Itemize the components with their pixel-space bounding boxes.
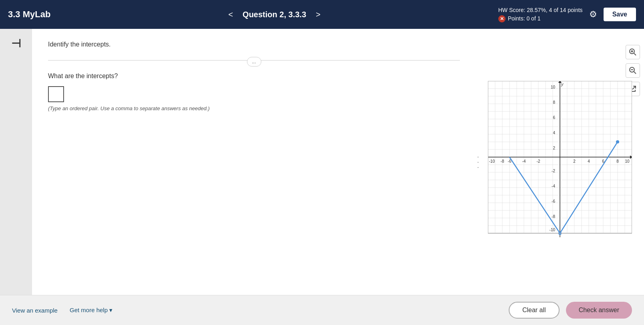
save-button[interactable]: Save — [604, 8, 636, 21]
svg-text:10: 10 — [625, 159, 630, 164]
svg-text:-8: -8 — [501, 159, 504, 164]
coordinate-graph: -10 -8 -6 -4 -2 2 4 6 8 10 x 10 8 6 4 — [488, 81, 632, 241]
points-text: Points: 0 of 1 — [508, 14, 541, 23]
svg-line-5 — [634, 72, 636, 74]
right-dot — [616, 140, 619, 143]
svg-text:-6: -6 — [552, 199, 555, 204]
get-more-help-link[interactable]: Get more help ▾ — [70, 307, 112, 314]
header-right: HW Score: 28.57%, 4 of 14 points ✕ Point… — [498, 6, 636, 23]
footer: View an example Get more help ▾ Clear al… — [0, 295, 644, 325]
svg-text:-2: -2 — [552, 169, 555, 173]
graph-container: -10 -8 -6 -4 -2 2 4 6 8 10 x 10 8 6 4 — [488, 81, 632, 243]
app-title: 3.3 MyLab — [8, 9, 50, 20]
footer-right: Clear all Check answer — [509, 302, 632, 319]
svg-text:4: 4 — [588, 159, 590, 164]
svg-text:-8: -8 — [552, 214, 555, 219]
svg-text:-10: -10 — [550, 228, 556, 232]
svg-text:-4: -4 — [552, 184, 555, 188]
answer-box-container — [48, 86, 460, 102]
question-label: Question 2, 3.3.3 — [243, 10, 306, 19]
question-nav: < Question 2, 3.3.3 > — [225, 8, 323, 21]
zoom-out-button[interactable] — [626, 63, 640, 78]
svg-text:-4: -4 — [522, 159, 526, 164]
hw-score-info: HW Score: 28.57%, 4 of 14 points ✕ Point… — [498, 6, 583, 23]
prev-question-button[interactable]: < — [225, 8, 236, 21]
points-row: ✕ Points: 0 of 1 — [498, 14, 583, 23]
content-area: Identify the intercepts. ... What are th… — [32, 29, 644, 295]
sidebar: ⊣ — [0, 29, 32, 295]
svg-text:10: 10 — [551, 85, 556, 89]
svg-text:8: 8 — [616, 159, 619, 164]
question-area: Identify the intercepts. ... What are th… — [32, 29, 476, 295]
header: 3.3 MyLab < Question 2, 3.3.3 > HW Score… — [0, 0, 644, 29]
next-question-button[interactable]: > — [313, 8, 324, 21]
graph-section: • • • — [476, 29, 644, 295]
wrong-icon: ✕ — [498, 15, 506, 22]
svg-line-7 — [632, 86, 636, 89]
identify-intercepts-title: Identify the intercepts. — [48, 41, 460, 48]
svg-text:2: 2 — [573, 159, 576, 164]
hw-score-text: HW Score: 28.57%, 4 of 14 points — [498, 6, 583, 14]
clear-all-button[interactable]: Clear all — [509, 302, 560, 319]
main-content: ⊣ Identify the intercepts. ... What are … — [0, 29, 644, 295]
svg-line-1 — [634, 53, 636, 55]
svg-text:4: 4 — [553, 131, 555, 135]
footer-left: View an example Get more help ▾ — [12, 307, 112, 314]
zoom-in-button[interactable] — [626, 45, 640, 59]
svg-text:-10: -10 — [489, 159, 495, 164]
view-example-link[interactable]: View an example — [12, 307, 58, 314]
expand-row: ... — [48, 60, 460, 61]
svg-text:-2: -2 — [537, 159, 540, 164]
back-icon[interactable]: ⊣ — [11, 37, 21, 50]
question-text: What are the intercepts? — [48, 73, 460, 80]
check-answer-button[interactable]: Check answer — [566, 302, 632, 319]
expand-button[interactable]: ... — [247, 57, 261, 67]
svg-text:2: 2 — [553, 146, 555, 150]
hint-text: (Type an ordered pair. Use a comma to se… — [48, 105, 460, 111]
answer-input[interactable] — [48, 86, 64, 102]
svg-text:8: 8 — [553, 100, 555, 105]
settings-button[interactable]: ⚙ — [589, 9, 597, 20]
dots-handle[interactable]: • • • — [476, 152, 480, 172]
svg-text:6: 6 — [553, 115, 555, 120]
